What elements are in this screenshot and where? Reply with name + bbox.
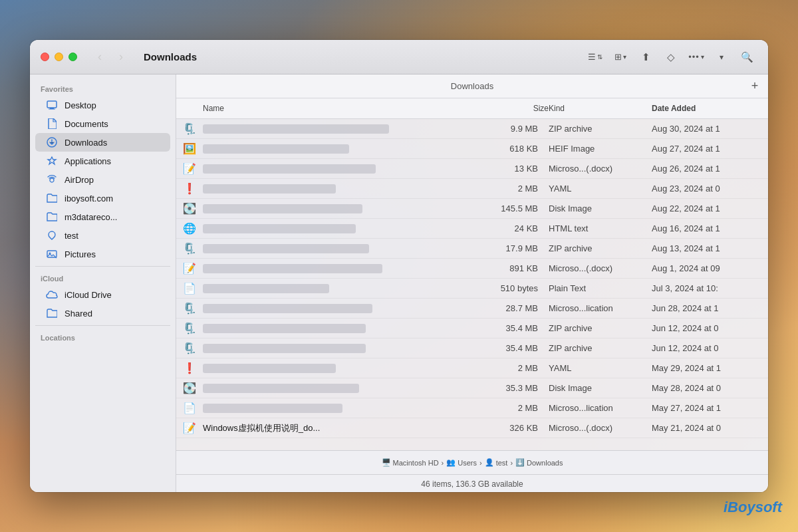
file-size: 28.7 MB xyxy=(475,303,549,313)
table-row[interactable]: ❗ 2 MB YAML Aug 23, 2024 at 0 xyxy=(176,179,768,199)
more-button[interactable]: ••• ▾ xyxy=(686,48,707,66)
table-row[interactable]: 🗜️ 35.4 MB ZIP archive Jun 12, 2024 at 0 xyxy=(176,338,768,358)
finder-window: ‹ › Downloads ☰ ⇅ ⊞ ▾ ⬆ ◇ ••• ▾ xyxy=(30,40,768,492)
file-date: Jul 3, 2024 at 10: xyxy=(652,283,768,293)
file-date: Aug 16, 2024 at 1 xyxy=(652,223,768,233)
icloud-drive-icon xyxy=(46,289,58,301)
file-name xyxy=(203,203,475,214)
table-row[interactable]: 📝 13 KB Microso...(.docx) Aug 26, 2024 a… xyxy=(176,159,768,179)
sidebar-item-m3data[interactable]: m3datareco... xyxy=(35,207,170,226)
file-type-icon: 🗜️ xyxy=(183,242,196,255)
shared-icon xyxy=(46,307,58,319)
col-date-header[interactable]: Date Added xyxy=(652,101,768,116)
maximize-button[interactable] xyxy=(68,53,77,61)
sidebar-item-applications[interactable]: Applications xyxy=(35,152,170,170)
grid-icon: ⊞ xyxy=(614,52,622,62)
table-row[interactable]: 📝 Windows虚拟机使用说明_do... 326 KB Microso...… xyxy=(176,418,768,438)
col-name-header[interactable]: Name xyxy=(203,101,475,116)
svg-point-4 xyxy=(50,178,54,182)
file-table[interactable]: Name Size Kind Date Added 🗜️ 9.9 MB ZIP … xyxy=(176,98,768,450)
file-date: May 29, 2024 at 1 xyxy=(652,363,768,373)
sidebar-item-iboysoft[interactable]: iboysoft.com xyxy=(35,189,170,207)
users-folder-icon: 👥 xyxy=(446,458,456,467)
m3data-label: m3datareco... xyxy=(65,212,118,222)
search-button[interactable]: 🔍 xyxy=(736,48,757,66)
file-size: 17.9 MB xyxy=(475,243,549,253)
pictures-label: Pictures xyxy=(65,249,96,259)
iboysoft-watermark: iBoysoft xyxy=(724,499,782,516)
file-name xyxy=(203,243,475,254)
file-date: Aug 1, 2024 at 09 xyxy=(652,263,768,273)
back-button[interactable]: ‹ xyxy=(90,48,109,66)
downloads-icon xyxy=(46,136,58,148)
sidebar-item-shared[interactable]: Shared xyxy=(35,304,170,323)
table-row[interactable]: 🗜️ 35.4 MB ZIP archive Jun 12, 2024 at 0 xyxy=(176,319,768,338)
col-kind-header[interactable]: Kind xyxy=(549,101,652,116)
file-size: 24 KB xyxy=(475,223,549,233)
file-name xyxy=(203,164,475,174)
sidebar-item-airdrop[interactable]: AirDrop xyxy=(35,170,170,189)
file-size: 9.9 MB xyxy=(475,124,549,134)
table-row[interactable]: 📄 2 MB Microso...lication May 27, 2024 a… xyxy=(176,398,768,418)
file-size: 35.4 MB xyxy=(475,323,549,333)
downloads-label: Downloads xyxy=(65,138,107,148)
table-row[interactable]: 📄 510 bytes Plain Text Jul 3, 2024 at 10… xyxy=(176,279,768,299)
view-grid-button[interactable]: ⊞ ▾ xyxy=(610,48,631,66)
table-row[interactable]: 🖼️ 618 KB HEIF Image Aug 27, 2024 at 1 xyxy=(176,139,768,159)
file-name xyxy=(203,403,475,414)
file-name xyxy=(203,363,475,374)
table-row[interactable]: 🗜️ 17.9 MB ZIP archive Aug 13, 2024 at 1 xyxy=(176,239,768,259)
add-button[interactable]: + xyxy=(747,78,763,94)
forward-button[interactable]: › xyxy=(112,48,130,66)
favorites-label: Favorites xyxy=(30,80,176,96)
sidebar-item-documents[interactable]: Documents xyxy=(35,114,170,133)
file-icon-cell: 🌐 xyxy=(176,222,203,235)
chevron-down-icon2: ▾ xyxy=(701,53,704,61)
close-button[interactable] xyxy=(41,53,49,61)
file-type-icon: 🖼️ xyxy=(183,142,196,156)
file-date: Aug 27, 2024 at 1 xyxy=(652,144,768,154)
table-row[interactable]: 💽 35.3 MB Disk Image May 28, 2024 at 0 xyxy=(176,378,768,398)
table-row[interactable]: 🌐 24 KB HTML text Aug 16, 2024 at 1 xyxy=(176,219,768,239)
view-list-button[interactable]: ☰ ⇅ xyxy=(585,48,606,66)
file-size: 35.3 MB xyxy=(475,383,549,393)
hd-icon: 🖥️ xyxy=(382,458,391,467)
sidebar-item-test[interactable]: test xyxy=(35,226,170,245)
desktop-label: Desktop xyxy=(65,100,96,110)
file-size: 13 KB xyxy=(475,164,549,174)
folder-title: Downloads xyxy=(451,81,493,91)
user-folder-icon: 👤 xyxy=(485,458,494,467)
file-kind: ZIP archive xyxy=(549,243,652,253)
file-date: May 28, 2024 at 0 xyxy=(652,383,768,393)
table-row[interactable]: ❗ 2 MB YAML May 29, 2024 at 1 xyxy=(176,358,768,378)
file-icon-cell: 🗜️ xyxy=(176,122,203,136)
titlebar: ‹ › Downloads ☰ ⇅ ⊞ ▾ ⬆ ◇ ••• ▾ xyxy=(30,40,768,74)
table-row[interactable]: 🗜️ 9.9 MB ZIP archive Aug 30, 2024 at 1 xyxy=(176,119,768,139)
table-row[interactable]: 📝 891 KB Microso...(.docx) Aug 1, 2024 a… xyxy=(176,259,768,279)
file-kind: Disk Image xyxy=(549,383,652,393)
sidebar-item-pictures[interactable]: Pictures xyxy=(35,245,170,263)
share-button[interactable]: ⬆ xyxy=(635,48,656,66)
file-date: Jun 28, 2024 at 1 xyxy=(652,303,768,313)
chevron-down-icon3: ▾ xyxy=(720,53,724,62)
sidebar-item-downloads[interactable]: Downloads xyxy=(35,133,170,152)
file-size: 35.4 MB xyxy=(475,343,549,353)
sidebar-divider2 xyxy=(35,325,170,326)
minimize-button[interactable] xyxy=(55,53,63,61)
tag-button[interactable]: ◇ xyxy=(660,48,682,66)
sidebar-item-icloud-drive[interactable]: iCloud Drive xyxy=(35,285,170,304)
table-row[interactable]: 🗜️ 28.7 MB Microso...lication Jun 28, 20… xyxy=(176,299,768,319)
table-row[interactable]: 💽 145.5 MB Disk Image Aug 22, 2024 at 1 xyxy=(176,199,768,219)
file-type-icon: 🗜️ xyxy=(183,322,196,335)
applications-icon xyxy=(46,155,58,167)
sort-button[interactable]: ▾ xyxy=(711,48,732,66)
content-header: Downloads + xyxy=(176,74,768,98)
file-name xyxy=(203,383,475,394)
sidebar-item-desktop[interactable]: Desktop xyxy=(35,96,170,114)
file-type-icon: 🗜️ xyxy=(183,122,196,136)
iboysoft-icon xyxy=(46,192,58,204)
file-type-icon: ❗ xyxy=(183,362,196,375)
file-icon-cell: 📝 xyxy=(176,262,203,275)
body-area: Favorites Desktop Documents Downloads xyxy=(30,74,768,492)
col-size-header[interactable]: Size xyxy=(475,101,549,116)
